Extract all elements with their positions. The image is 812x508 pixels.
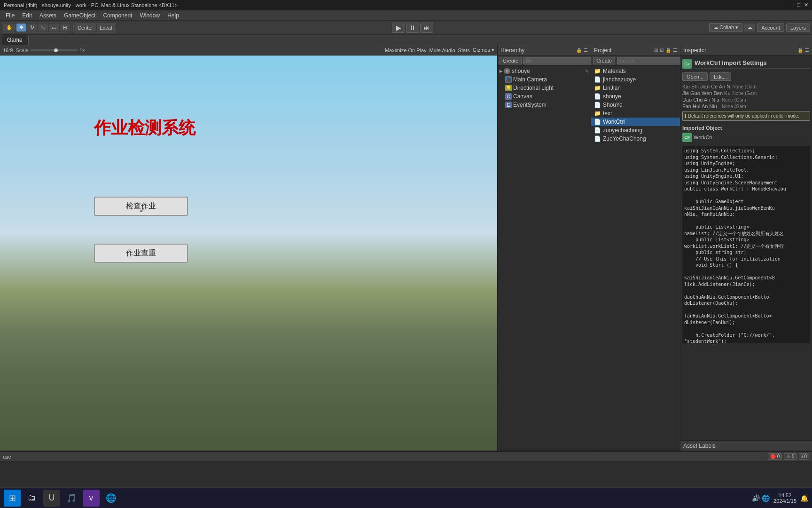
notification-icon[interactable]: 🔔 <box>800 494 808 502</box>
ref-value-3: None (Gam <box>722 97 746 103</box>
open-btn[interactable]: Open... <box>682 72 708 81</box>
hierarchy-item-canvas[interactable]: C Canvas <box>503 92 591 101</box>
script-icon-1: 📄 <box>594 76 601 83</box>
check-homework-btn[interactable]: 检查作业 ↙ <box>94 197 188 216</box>
taskbar-music-icon[interactable]: 🎵 <box>63 490 80 507</box>
ref-row-2: Jie Guo Wen Ben Ku None (Gam <box>682 90 810 96</box>
taskbar-start-icon[interactable]: ⊞ <box>4 490 21 507</box>
project-item-zuoyechachong[interactable]: 📄 zuoyechachong <box>591 126 680 135</box>
step-button[interactable]: ⏭ <box>420 23 433 33</box>
project-item-workctrl[interactable]: 📄 WorkCtrl <box>591 118 680 126</box>
tab-game[interactable]: Game <box>1 35 29 45</box>
jianchazuoye-label: jianchazuoye <box>603 76 636 83</box>
rotate-tool[interactable]: ↻ <box>27 24 37 32</box>
project-item-text[interactable]: 📁 text <box>591 109 680 118</box>
imported-name: WorkCtrl <box>694 135 714 140</box>
hierarchy-search[interactable] <box>523 57 593 64</box>
menu-edit[interactable]: Edit <box>18 11 36 20</box>
hierarchy-lock-icon[interactable]: 🔒 <box>576 48 582 53</box>
edit-btn[interactable]: Edit... <box>710 72 731 81</box>
center-btn[interactable]: Center <box>75 24 96 32</box>
menu-help[interactable]: Help <box>164 11 183 20</box>
hierarchy-item-scene[interactable]: ▶ ⊙ shouye ✎ <box>498 67 591 75</box>
project-icon2[interactable]: ⊡ <box>660 48 664 53</box>
console-name: use <box>3 454 11 460</box>
tab-bar: Game <box>0 35 812 45</box>
menu-file[interactable]: File <box>2 11 18 20</box>
project-item-materials[interactable]: 📁 Materials <box>591 67 680 75</box>
account-btn[interactable]: Account <box>757 24 784 32</box>
menu-gameobject[interactable]: GameObject <box>60 11 99 20</box>
play-button[interactable]: ▶ <box>392 23 405 33</box>
close-btn[interactable]: ✕ <box>804 2 808 8</box>
project-item-shouye2[interactable]: 📄 ShouYe <box>591 101 680 109</box>
sys-tray: 🔊 🌐 14:52 2024/1/15 🔔 <box>752 492 808 504</box>
menu-assets[interactable]: Assets <box>36 11 60 20</box>
taskbar-ide-icon[interactable]: V <box>83 490 100 507</box>
asset-labels-text: Asset Labels <box>683 443 716 449</box>
warning-count: 0 <box>792 454 795 459</box>
cursor-indicator: ↙ <box>140 206 145 215</box>
scale-tool[interactable]: ⤡ <box>38 24 48 32</box>
ref-value-1: None (Gam <box>732 84 757 89</box>
project-lock-icon[interactable]: 🔒 <box>665 48 671 53</box>
taskbar-explorer-icon[interactable]: 🗂 <box>23 490 40 507</box>
scene-edit-icon[interactable]: ✎ <box>585 69 589 74</box>
inspector-menu-icon[interactable]: ☰ <box>805 48 809 53</box>
scene-arrow: ▶ <box>500 69 502 73</box>
collab-btn[interactable]: ☁ Collab ▾ <box>709 23 742 32</box>
ref-value-4: None (Gam <box>722 104 746 109</box>
imported-cs-icon: C# <box>682 133 692 142</box>
info-count: 0 <box>804 454 807 459</box>
pause-button[interactable]: ⏸ <box>406 23 419 33</box>
hierarchy-item-eventsystem[interactable]: E EventSystem <box>503 101 591 109</box>
mute-audio[interactable]: Mute Audio <box>429 48 455 53</box>
info-badge: ℹ 0 <box>799 453 809 460</box>
taskbar-browser-icon[interactable]: 🌐 <box>102 490 119 507</box>
hierarchy-create-btn[interactable]: Create <box>500 57 522 64</box>
project-menu-icon[interactable]: ☰ <box>673 48 677 53</box>
hierarchy-item-directionallight[interactable]: 💡 Directional Light <box>503 84 591 92</box>
hierarchy-item-maincamera[interactable]: 🎥 Main Camera <box>503 75 591 84</box>
game-title: 作业检测系统 <box>94 117 195 140</box>
menu-component[interactable]: Component <box>99 11 136 20</box>
maximize-btn[interactable]: □ <box>797 2 800 8</box>
zuoyechachong2-label: ZuoYeChaChong <box>603 135 646 142</box>
project-title: Project <box>594 47 611 54</box>
local-btn[interactable]: Local <box>97 24 115 32</box>
project-panel: Project ⊞ ⊡ 🔒 ☰ Create 📁 Materials <box>591 45 680 451</box>
project-item-zuoyechachong2[interactable]: 📄 ZuoYeChaChong <box>591 135 680 143</box>
hierarchy-title: Hierarchy <box>500 47 524 54</box>
project-create-btn[interactable]: Create <box>593 57 615 64</box>
hierarchy-panel: Hierarchy 🔒 ☰ Create ▶ ⊙ shouye <box>497 45 591 451</box>
project-item-linjian[interactable]: 📁 LinJian <box>591 84 680 92</box>
project-search[interactable] <box>617 57 687 64</box>
rect-tool[interactable]: ▭ <box>49 24 59 32</box>
ref-label-3: Dao Chu An Niu <box>682 97 720 103</box>
cloud-btn[interactable]: ☁ <box>744 24 755 32</box>
move-tool[interactable]: ✥ <box>16 24 26 32</box>
project-icon1[interactable]: ⊞ <box>654 48 658 53</box>
tray-icons: 🔊 🌐 <box>752 494 770 502</box>
error-count: 0 <box>777 454 780 459</box>
project-item-shouye[interactable]: 📄 shouye <box>591 92 680 101</box>
maximize-on-play[interactable]: Maximize On Play <box>385 48 427 53</box>
minimize-btn[interactable]: ─ <box>790 2 794 8</box>
scale-slider[interactable] <box>31 49 78 51</box>
transform-tool[interactable]: ⊞ <box>60 24 70 32</box>
aspect-ratio[interactable]: 16:9 <box>3 48 13 53</box>
project-item-jianchazuoye[interactable]: 📄 jianchazuoye <box>591 75 680 84</box>
layers-btn[interactable]: Layers <box>786 24 810 32</box>
inspector-lock-icon[interactable]: 🔒 <box>797 48 803 53</box>
hand-tool[interactable]: ✋ <box>3 24 16 32</box>
project-content: 📁 Materials 📄 jianchazuoye 📁 LinJian 📄 s… <box>591 66 680 451</box>
hierarchy-toolbar: Create <box>498 56 591 66</box>
menu-window[interactable]: Window <box>136 11 164 20</box>
hierarchy-menu-icon[interactable]: ☰ <box>584 48 588 53</box>
stats-btn[interactable]: Stats <box>458 48 470 53</box>
scale-value: 1x <box>79 48 85 53</box>
duplicate-check-btn[interactable]: 作业查重 <box>94 244 188 263</box>
taskbar-unity-icon[interactable]: U <box>43 490 60 507</box>
gizmos-btn[interactable]: Gizmos ▾ <box>473 47 494 53</box>
canvas-icon: C <box>505 93 512 100</box>
